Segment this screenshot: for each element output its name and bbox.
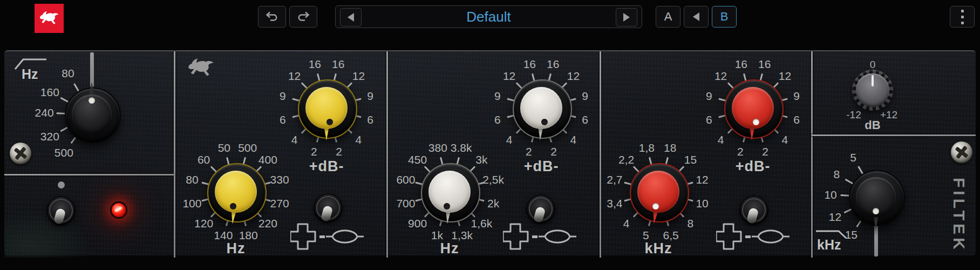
- ab-copy-button[interactable]: [684, 6, 709, 28]
- knob-scale-label: 120: [194, 217, 213, 230]
- knob-scale-label: 9: [582, 90, 588, 103]
- knob-position-dot: [541, 119, 548, 125]
- redo-button[interactable]: [289, 6, 317, 28]
- knob-scale-label: 3.8k: [451, 141, 472, 154]
- redo-icon: [296, 11, 311, 23]
- knob-scale-label: 900: [408, 217, 427, 230]
- output-section-divider: [811, 134, 976, 136]
- knob-scale-label: 1,6k: [471, 217, 493, 230]
- knob-tick: [60, 97, 69, 103]
- knob-scale-label: 12: [567, 70, 580, 83]
- knob-scale-label: 8: [833, 168, 840, 181]
- band2-gain-unit: +dB-: [503, 158, 579, 175]
- knob-scale-label: 2: [762, 145, 768, 158]
- band3-freq-unit: kHz: [621, 240, 696, 257]
- power-toggle[interactable]: [46, 196, 76, 225]
- band3-shape-toggle[interactable]: [739, 195, 768, 225]
- toggle-lever: [746, 207, 759, 225]
- knob-position-dot: [230, 203, 236, 210]
- knob-tick: [845, 179, 853, 185]
- knob-scale-label: 1,3k: [451, 229, 473, 242]
- output-gain-knob[interactable]: [852, 70, 893, 111]
- kebab-icon: [961, 10, 964, 12]
- band1-shape-toggle[interactable]: [314, 193, 343, 222]
- knob-scale-label: 18: [664, 141, 676, 154]
- output-unit: dB: [850, 118, 895, 132]
- knob-scale-label: 6: [793, 113, 800, 126]
- knob-scale-label: 4: [356, 133, 362, 146]
- knob-scale-label: 12: [829, 211, 841, 224]
- knob-scale-label: 4: [623, 217, 630, 230]
- knob-scale-label: 500: [238, 141, 257, 154]
- knob-scale-label: 9: [280, 90, 286, 103]
- shelf-bell-icon: [290, 223, 366, 251]
- knob-scale-label: 60: [198, 153, 210, 166]
- knob-scale-label: 9: [706, 90, 712, 103]
- toggle-lever: [53, 208, 66, 225]
- left-arrow-icon: [693, 12, 699, 21]
- knob-scale-label: 6: [706, 113, 712, 126]
- screw: [951, 141, 972, 163]
- knob-scale-label: 2: [737, 145, 744, 158]
- knob-scale-label: 16: [309, 58, 321, 71]
- knob-scale-label: 5: [850, 151, 856, 164]
- toggle-lever: [533, 206, 546, 224]
- knob-scale-label: 220: [258, 217, 277, 230]
- band1-freq-unit: Hz: [198, 240, 274, 257]
- knob-position-dot: [444, 203, 450, 210]
- hpf-section-divider: [4, 174, 174, 176]
- knob-tick: [858, 166, 863, 174]
- knob-scale-label: 9: [367, 90, 373, 103]
- knob-tick: [73, 83, 79, 91]
- menu-button[interactable]: [950, 6, 975, 28]
- knob-scale-label: 9: [494, 90, 501, 103]
- knob-scale-label: 2,2: [618, 153, 634, 166]
- knob-scale-label: 240: [35, 106, 54, 119]
- knob-scale-label: 700: [396, 197, 415, 210]
- panel-stain: [4, 211, 91, 258]
- band3-gain-unit: +dB-: [715, 158, 791, 175]
- knob-scale-label: 16: [735, 58, 747, 71]
- output-max-label: 0: [850, 59, 895, 71]
- knob-scale-label: 1,8: [639, 141, 655, 154]
- knob-scale-label: 1k: [431, 229, 443, 242]
- knob-scale-label: 80: [186, 173, 198, 186]
- knob-scale-label: 5: [643, 229, 649, 242]
- undo-icon: [264, 11, 280, 23]
- band2-shape-toggle[interactable]: [526, 194, 555, 224]
- preset-name[interactable]: Default: [336, 6, 642, 29]
- ab-a-button[interactable]: A: [656, 6, 680, 28]
- knob-position-dot: [326, 119, 333, 125]
- knob-scale-label: 16: [523, 58, 536, 71]
- knob-scale-label: 8: [688, 217, 694, 230]
- knob-scale-label: 4: [506, 133, 513, 146]
- knob-scale-label: 2,7: [607, 173, 622, 186]
- knob-scale-label: 2: [336, 145, 342, 158]
- knob-scale-label: 12: [288, 70, 301, 83]
- knob-tick: [56, 112, 65, 114]
- undo-button[interactable]: [258, 6, 286, 28]
- toggle-lever: [320, 205, 333, 222]
- knob-scale-label: 4: [718, 133, 724, 146]
- knob-scale-label: 600: [396, 173, 415, 186]
- knob-scale-label: 3,4: [607, 197, 622, 210]
- knob-position-dot: [652, 203, 659, 210]
- knob-scale-label: 270: [270, 197, 289, 210]
- knob-scale-label: 140: [214, 229, 233, 242]
- antelope-logo: [35, 4, 64, 33]
- section-divider: [600, 51, 601, 258]
- power-led: [110, 201, 127, 219]
- knob-scale-label: 10: [824, 188, 836, 201]
- knob-scale-label: 160: [40, 86, 59, 99]
- preset-next-button[interactable]: [616, 8, 637, 26]
- shelf-bell-icon: [716, 223, 792, 251]
- knob-scale-label: 15: [684, 153, 697, 166]
- knob-scale-label: 320: [40, 130, 59, 143]
- knob-scale-label: 80: [62, 67, 74, 80]
- brand-label: FILTEK: [950, 178, 968, 259]
- knob-tick: [840, 194, 849, 197]
- knob-scale-label: 12: [352, 70, 365, 83]
- knob-scale-label: 4: [291, 133, 298, 146]
- ab-b-button[interactable]: B: [712, 6, 737, 28]
- knob-position-dot: [753, 119, 759, 125]
